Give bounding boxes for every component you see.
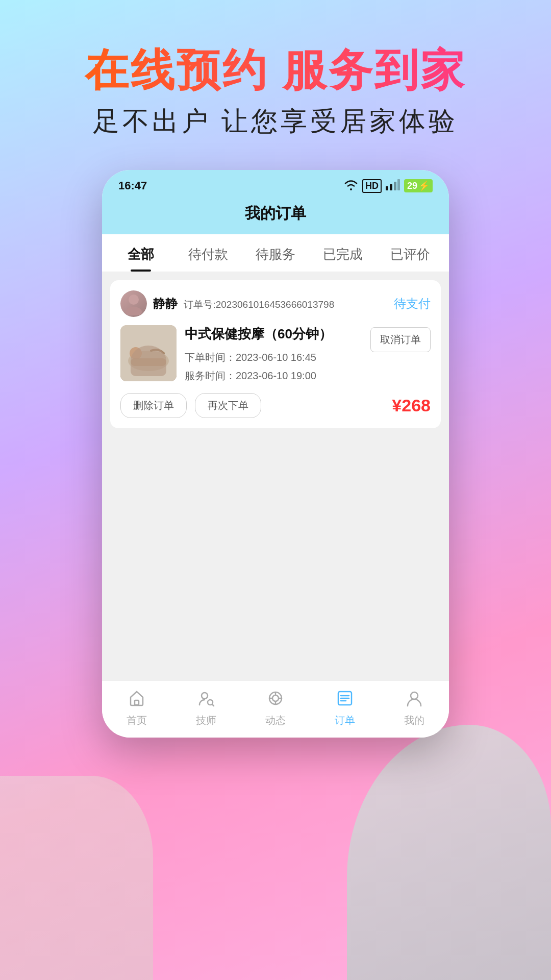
nav-mine-label: 我的	[404, 714, 424, 727]
svg-point-11	[202, 693, 208, 699]
svg-point-5	[126, 307, 142, 315]
hero-subtitle: 足不出户 让您享受居家体验	[0, 104, 551, 139]
status-time: 16:47	[118, 179, 147, 192]
order-status: 待支付	[394, 296, 431, 312]
order-info: 静静 订单号:2023061016453666013798	[153, 296, 388, 312]
svg-point-7	[128, 351, 169, 371]
list-icon	[336, 689, 354, 710]
order-card: 静静 订单号:2023061016453666013798 待支付	[110, 280, 441, 428]
nav-order-label: 订单	[335, 714, 355, 727]
service-image	[120, 325, 177, 381]
status-icons: HD 29 ⚡	[344, 179, 433, 193]
hero-section: 在线预约 服务到家 足不出户 让您享受居家体验	[0, 0, 551, 139]
hero-title: 在线预约 服务到家	[0, 46, 551, 94]
order-time: 下单时间：2023-06-10 16:45	[185, 348, 362, 366]
wifi-icon	[344, 179, 358, 193]
order-price: ¥268	[392, 396, 431, 415]
svg-rect-2	[394, 182, 396, 190]
page-title: 我的订单	[245, 205, 306, 222]
order-body: 中式保健按摩（60分钟） 下单时间：2023-06-10 16:45 服务时间：…	[120, 325, 431, 385]
nav-home[interactable]: 首页	[102, 689, 171, 727]
nav-technician[interactable]: 技师	[171, 689, 241, 727]
bg-decoration-right	[347, 725, 551, 980]
tab-reviewed[interactable]: 已评价	[377, 234, 444, 272]
svg-point-14	[272, 695, 279, 701]
hd-badge: HD	[362, 179, 382, 193]
chat-icon	[266, 689, 285, 710]
battery-icon: 29 ⚡	[404, 179, 433, 192]
svg-rect-6	[120, 325, 177, 381]
bottom-nav: 首页 技师	[102, 680, 449, 738]
delete-order-button[interactable]: 删除订单	[120, 393, 187, 418]
tab-all[interactable]: 全部	[107, 234, 174, 272]
service-name: 中式保健按摩（60分钟）	[185, 325, 362, 343]
order-footer: 删除订单 再次下单 ¥268	[120, 393, 431, 418]
cancel-order-button[interactable]: 取消订单	[370, 327, 431, 352]
home-icon	[128, 689, 146, 710]
service-details: 中式保健按摩（60分钟） 下单时间：2023-06-10 16:45 服务时间：…	[185, 325, 362, 385]
svg-point-23	[411, 692, 418, 699]
service-time: 服务时间：2023-06-10 19:00	[185, 366, 362, 385]
reorder-button[interactable]: 再次下单	[195, 393, 261, 418]
svg-point-8	[130, 347, 142, 359]
footer-buttons: 删除订单 再次下单	[120, 393, 261, 418]
status-bar: 16:47 HD	[102, 170, 449, 198]
order-number: 订单号:2023061016453666013798	[184, 299, 334, 310]
tabs-container: 全部 待付款 待服务 已完成 已评价	[102, 234, 449, 272]
tab-pending-payment[interactable]: 待付款	[174, 234, 242, 272]
phone-container: 16:47 HD	[0, 170, 551, 738]
svg-rect-1	[390, 184, 392, 190]
order-list: 静静 订单号:2023061016453666013798 待支付	[102, 272, 449, 680]
svg-rect-10	[135, 700, 139, 705]
nav-home-label: 首页	[127, 714, 147, 727]
order-username: 静静	[153, 297, 178, 310]
svg-rect-0	[386, 186, 388, 190]
nav-order[interactable]: 订单	[310, 689, 380, 727]
svg-point-4	[129, 295, 139, 305]
svg-rect-9	[131, 358, 166, 366]
person-icon	[405, 689, 423, 710]
nav-dynamic[interactable]: 动态	[241, 689, 310, 727]
signal-icon	[386, 179, 400, 193]
order-header: 静静 订单号:2023061016453666013798 待支付	[120, 290, 431, 317]
nav-technician-label: 技师	[196, 714, 216, 727]
svg-rect-3	[397, 179, 400, 190]
phone-mockup: 16:47 HD	[102, 170, 449, 738]
person-search-icon	[197, 689, 215, 710]
tab-pending-service[interactable]: 待服务	[242, 234, 309, 272]
app-header: 我的订单	[102, 198, 449, 234]
nav-mine[interactable]: 我的	[380, 689, 449, 727]
tab-completed[interactable]: 已完成	[309, 234, 377, 272]
nav-dynamic-label: 动态	[265, 714, 286, 727]
bg-decoration-left	[0, 776, 153, 980]
avatar	[120, 290, 147, 317]
